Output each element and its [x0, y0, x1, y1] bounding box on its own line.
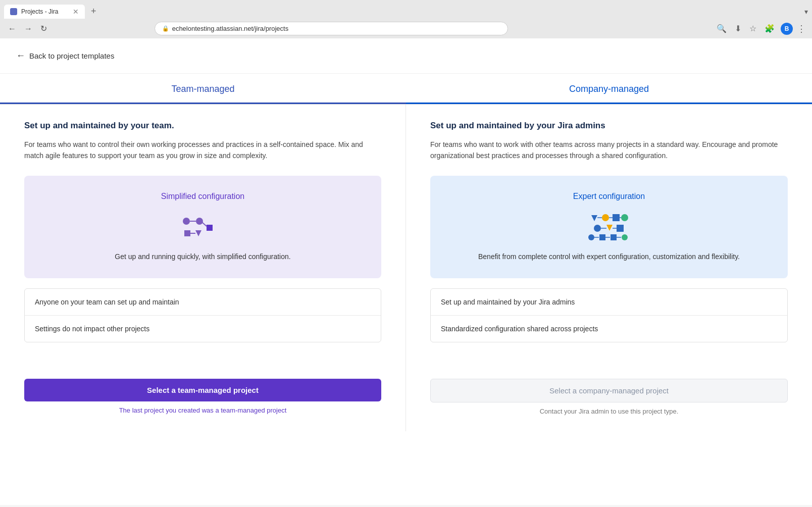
company-managed-tab[interactable]: Company-managed [406, 74, 812, 104]
svg-point-0 [183, 218, 190, 225]
svg-point-15 [594, 225, 601, 232]
team-managed-description: For teams who want to control their own … [24, 139, 381, 162]
new-tab-button[interactable]: + [87, 4, 100, 19]
feature-item: Standardized configuration shared across… [431, 316, 787, 342]
tab-title: Projects - Jira [21, 8, 69, 15]
svg-rect-22 [599, 234, 605, 240]
main-content: Set up and maintained by your team. For … [0, 105, 812, 369]
back-link-text: Back to project templates [29, 52, 114, 60]
select-team-managed-button[interactable]: Select a team-managed project [24, 379, 381, 401]
simplified-config-title: Simplified configuration [36, 192, 369, 201]
company-managed-bottom: Select a company-managed project Contact… [406, 369, 812, 431]
browser-tab[interactable]: Projects - Jira ✕ [4, 5, 85, 19]
browser-actions: 🔍 ⬇ ☆ 🧩 B ⋮ [715, 22, 806, 35]
team-managed-title: Set up and maintained by your team. [24, 121, 381, 131]
company-managed-tab-header[interactable]: Company-managed [406, 74, 812, 104]
team-managed-feature-list: Anyone on your team can set up and maint… [24, 288, 381, 342]
svg-line-3 [202, 222, 207, 226]
svg-rect-17 [617, 225, 624, 232]
url-text: echelontesting.atlassian.net/jira/projec… [172, 25, 500, 32]
tab-bar: Projects - Jira ✕ + ▾ [0, 0, 812, 19]
team-managed-tab[interactable]: Team-managed [0, 74, 406, 104]
user-avatar-button[interactable]: B [781, 23, 793, 35]
svg-point-1 [196, 218, 203, 225]
expert-config-card: Expert configuration [430, 176, 788, 278]
svg-marker-8 [591, 215, 597, 221]
extensions-button[interactable]: 🧩 [763, 22, 777, 35]
team-managed-tab-header[interactable]: Team-managed [0, 74, 406, 104]
tab-dropdown-button[interactable]: ▾ [804, 8, 808, 16]
company-managed-panel: Set up and maintained by your Jira admin… [406, 105, 812, 369]
svg-rect-4 [207, 225, 213, 231]
select-company-managed-button[interactable]: Select a company-managed project [430, 379, 788, 402]
forward-button[interactable]: → [22, 22, 34, 35]
svg-point-9 [602, 214, 609, 221]
back-button[interactable]: ← [6, 22, 18, 35]
feature-item: Anyone on your team can set up and maint… [25, 289, 381, 316]
bookmark-button[interactable]: ☆ [747, 22, 758, 35]
simplified-config-icon [36, 211, 369, 241]
svg-marker-16 [606, 225, 613, 231]
refresh-button[interactable]: ↻ [38, 22, 49, 35]
svg-rect-10 [613, 214, 620, 221]
company-managed-feature-list: Set up and maintained by your Jira admin… [430, 288, 788, 342]
browser-menu-button[interactable]: ⋮ [797, 23, 806, 34]
tab-close-button[interactable]: ✕ [73, 8, 79, 16]
svg-point-11 [621, 214, 628, 221]
svg-rect-24 [611, 234, 617, 240]
tab-favicon [10, 8, 17, 15]
bottom-section: Select a team-managed project The last p… [0, 369, 812, 431]
back-to-templates-link[interactable]: ← Back to project templates [0, 38, 812, 74]
search-browser-button[interactable]: 🔍 [715, 22, 729, 35]
team-managed-bottom: Select a team-managed project The last p… [0, 369, 406, 431]
expert-config-icon [442, 211, 776, 241]
feature-item: Settings do not impact other projects [25, 316, 381, 342]
company-managed-hint: Contact your Jira admin to use this proj… [430, 408, 788, 415]
svg-rect-5 [184, 230, 190, 236]
address-bar: ← → ↻ 🔒 echelontesting.atlassian.net/jir… [0, 19, 812, 38]
back-arrow-icon: ← [16, 50, 25, 61]
svg-point-26 [622, 234, 628, 240]
lock-icon: 🔒 [162, 25, 169, 32]
browser-chrome: Projects - Jira ✕ + ▾ ← → ↻ 🔒 echelontes… [0, 0, 812, 38]
expert-config-title: Expert configuration [442, 192, 776, 201]
svg-marker-7 [195, 230, 201, 236]
svg-point-20 [588, 234, 594, 240]
url-bar[interactable]: 🔒 echelontesting.atlassian.net/jira/proj… [155, 22, 508, 35]
feature-item: Set up and maintained by your Jira admin… [431, 289, 787, 316]
simplified-config-card: Simplified configuration [24, 176, 381, 278]
team-managed-panel: Set up and maintained by your team. For … [0, 105, 406, 369]
project-type-tabs: Team-managed Company-managed [0, 74, 812, 104]
download-button[interactable]: ⬇ [733, 22, 743, 35]
company-managed-title: Set up and maintained by your Jira admin… [430, 121, 788, 131]
simplified-config-desc: Get up and running quickly, with simplif… [36, 251, 369, 262]
expert-config-desc: Benefit from complete control with exper… [442, 251, 776, 262]
team-managed-hint: The last project you created was a team-… [24, 407, 381, 414]
company-managed-description: For teams who want to work with other te… [430, 139, 788, 162]
page-content: ← Back to project templates Team-managed… [0, 38, 812, 505]
